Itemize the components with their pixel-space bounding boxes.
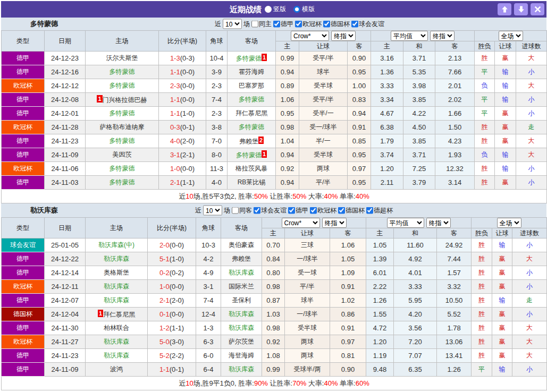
odds-company-select[interactable]: Crow* [291,31,329,41]
score: 5-0(3-0) [148,335,196,349]
team-label: 勒沃库森 [229,324,254,331]
halftime-score: (2-2) [170,352,184,360]
away-team: 多特蒙德 [228,121,276,134]
odds-time-select[interactable]: 终指 [322,218,347,228]
filter-controls: 近10场同主德甲欧冠杯德国杯球会友谊 [215,19,384,29]
corner-count: 10-3 [196,238,221,252]
match-date: 24-12-16 [45,65,86,79]
avg-time-select[interactable]: 终指 [430,31,455,41]
match-date: 24-12-04 [45,308,86,321]
league-checkbox-5[interactable] [366,207,373,214]
move-down-button[interactable] [514,3,528,15]
team-label: 勒沃库森(中) [98,241,134,249]
away-team: 格拉茨风暴 [228,162,276,176]
avg-away: 13.06 [437,335,472,349]
red-card-badge: 1 [97,95,102,103]
sub-col-header-7: 胜负 [475,41,495,52]
avg-type-select[interactable]: 平均值 [387,218,424,228]
odds-company-select[interactable]: Crow* [282,218,320,228]
home-team: 多特蒙德 [86,107,159,121]
team-label: 奥格斯堡 [104,269,129,276]
score: 5-1(1-0) [148,252,196,266]
result-outcome: 胜 [475,162,495,176]
home-team: 勒沃库森 [86,335,148,349]
result-outcome: 胜 [472,321,492,335]
avg-type-select[interactable]: 平均值 [391,31,428,41]
scope-select[interactable]: 全场 [499,31,523,41]
fulltime-score: 1-0 [170,165,180,173]
corner-count: 4-2 [196,252,221,266]
result-goals: 小 [512,238,547,252]
col-header-4: 比分(半场) [159,31,206,52]
match-row: 球会友谊25-01-05勒沃库森(中)2-0(0-0)10-3奥伯豪森0.70三… [2,238,547,252]
col-header-4: 比分(半场) [148,218,196,238]
odds-source-group: Crow*终指 [262,218,366,228]
result-handicap: 赢 [492,321,512,335]
avg-away: 5.52 [437,308,472,321]
summary-row: 近10场,胜9平1负0, 胜率:90% 让胜率:70% 大率:40% 单率:60… [2,377,547,390]
same-venue-checkbox[interactable] [232,207,239,214]
odds-away: 0.91 [330,280,366,294]
halftime-score: (3-0) [170,338,184,346]
close-button[interactable] [531,3,544,15]
avg-draw: 5.95 [394,294,437,308]
match-row: 德国杯24-12-041拜仁慕尼黑0-1(0-0)12-4勒沃库森1.03一/球… [2,308,547,321]
filter-matches-label: 场 [243,20,250,29]
result-outcome: 胜 [475,176,495,190]
team-name: 勒沃库森 [30,206,58,215]
horizontal-radio-icon[interactable] [293,6,300,13]
home-team: 多特蒙德 [86,134,159,148]
league-checkbox-3[interactable] [310,207,317,214]
league-badge: 德甲 [2,266,45,280]
red-card-badge: 1 [262,150,267,158]
odds-away: 0.94 [348,107,371,121]
match-date: 24-11-03 [45,176,86,190]
match-row: 德甲24-11-23多特蒙德4-0(2-0)7-0弗赖堡21.04半/一0.85… [2,134,547,148]
avg-draw: 7.07 [394,349,437,363]
avg-draw: 3.56 [394,321,437,335]
sub-col-header-4: 主 [366,228,394,238]
league-checkbox-2[interactable] [288,207,295,214]
match-count-select[interactable]: 10 [203,206,222,216]
result-goals: 大 [512,321,547,335]
league-checkbox-1[interactable] [254,207,260,214]
avg-home: 2.11 [371,176,403,190]
league-checkbox-4[interactable] [338,207,345,214]
league-checkbox-1[interactable] [273,21,280,28]
team-label: 圣保利 [232,296,251,304]
avg-home: 3.33 [371,79,403,93]
result-handicap: 赢 [492,349,512,363]
match-date: 24-12-07 [45,294,86,308]
league-checkbox-2[interactable] [295,21,302,28]
same-venue-checkbox[interactable] [251,21,258,28]
result-outcome: 胜 [472,280,492,294]
match-count-select[interactable]: 10 [223,19,242,29]
result-goals: 大 [516,79,547,93]
team-label: 勒沃库森 [104,255,129,262]
vertical-radio-icon[interactable] [265,6,272,13]
odds-home: 1.08 [262,349,285,363]
red-card-badge: 2 [258,137,264,144]
odds-away: 0.91 [330,321,366,335]
odds-away: 0.95 [348,148,371,162]
result-handicap: 赢 [495,121,516,134]
avg-home: 1.20 [371,162,403,176]
odds-home: 0.94 [276,176,299,190]
avg-away: 10.50 [437,294,472,308]
fulltime-score: 1-3 [170,54,180,62]
fulltime-score: 2-3 [170,82,180,90]
odds-time-select[interactable]: 终指 [331,31,356,41]
odds-handicap: 三球 [285,238,330,252]
league-checkbox-4[interactable] [351,21,358,28]
league-badge: 德国杯 [2,308,45,321]
avg-time-select[interactable]: 终指 [426,218,451,228]
summary-text: 近 [179,192,186,200]
summary-stat-value: 90% [254,379,268,387]
league-checkbox-3[interactable] [323,21,330,28]
close-icon [534,6,541,13]
scope-select[interactable]: 全场 [497,218,521,228]
avg-home: 1.36 [371,65,403,79]
avg-draw: 3.71 [403,52,435,65]
move-up-button[interactable] [498,3,511,15]
match-row: 德甲24-11-09美因茨3-1(2-1)8-0多特蒙德10.94受半球0.95… [2,148,547,162]
